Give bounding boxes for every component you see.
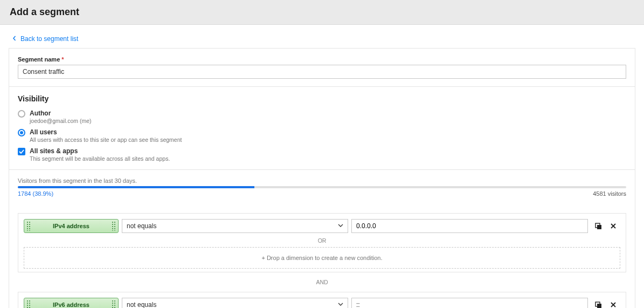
required-asterisk: * xyxy=(61,56,64,63)
duplicate-button[interactable] xyxy=(593,300,603,308)
svg-rect-1 xyxy=(597,225,601,229)
condition-row: IPv6 address not equals xyxy=(24,298,620,308)
header-bar: Add a segment xyxy=(0,0,644,25)
stats-count: 1784 (38.9%) xyxy=(18,190,53,197)
condition-group: IPv6 address not equals xyxy=(18,292,626,308)
operator-select[interactable]: not equals xyxy=(122,298,348,308)
visibility-title: Visibility xyxy=(18,94,626,103)
radio-sub: joedoe@gmail.com (me) xyxy=(30,118,92,124)
progress-bar xyxy=(18,186,626,188)
or-separator: OR xyxy=(24,237,620,244)
and-separator: AND xyxy=(18,279,626,285)
svg-rect-3 xyxy=(597,304,601,308)
visibility-option-author[interactable]: Author joedoe@gmail.com (me) xyxy=(18,109,626,124)
row-actions xyxy=(591,298,620,308)
back-link-label: Back to segment list xyxy=(20,35,78,43)
radio-label: Author xyxy=(30,109,92,117)
dimension-chip[interactable]: IPv6 address xyxy=(24,298,119,308)
operator-select[interactable]: not equals xyxy=(122,219,348,233)
condition-row: IPv4 address not equals xyxy=(24,219,620,233)
visibility-option-all-users[interactable]: All users All users with access to this … xyxy=(18,128,626,143)
page-title: Add a segment xyxy=(10,6,634,18)
condition-group: IPv4 address not equals xyxy=(18,213,626,272)
remove-button[interactable] xyxy=(608,221,618,231)
segment-name-input[interactable] xyxy=(18,65,626,79)
chevron-down-icon xyxy=(338,222,343,230)
value-input[interactable] xyxy=(351,219,588,233)
back-row: Back to segment list xyxy=(9,31,635,48)
visibility-section: Visibility Author joedoe@gmail.com (me) … xyxy=(9,87,635,170)
content-area: Back to segment list Segment name * Visi… xyxy=(0,25,644,308)
back-link[interactable]: Back to segment list xyxy=(12,35,78,43)
remove-button[interactable] xyxy=(608,300,618,308)
stats-total: 4581 visitors xyxy=(593,190,626,197)
checkbox-icon xyxy=(18,148,25,155)
duplicate-button[interactable] xyxy=(593,221,603,231)
segment-panel: Segment name * Visibility Author joedoe@… xyxy=(9,48,635,308)
conditions-section: IPv4 address not equals xyxy=(9,204,635,308)
radio-sub: All users with access to this site or ap… xyxy=(30,136,182,143)
check-label: All sites & apps xyxy=(30,147,170,155)
stats-section: Visitors from this segment in the last 3… xyxy=(9,170,635,204)
radio-icon xyxy=(18,129,25,136)
name-section: Segment name * xyxy=(9,49,635,87)
chevron-down-icon xyxy=(338,301,343,308)
value-input[interactable] xyxy=(351,298,588,308)
chevron-left-icon xyxy=(12,35,17,43)
check-sub: This segment will be available across al… xyxy=(30,155,170,162)
segment-name-label: Segment name * xyxy=(18,56,626,63)
row-actions xyxy=(591,219,620,233)
radio-icon xyxy=(18,110,25,118)
visibility-all-sites-check[interactable]: All sites & apps This segment will be av… xyxy=(18,147,626,162)
radio-label: All users xyxy=(30,128,182,136)
stats-label: Visitors from this segment in the last 3… xyxy=(18,177,626,184)
progress-fill xyxy=(18,186,254,188)
dimension-drop-zone[interactable]: + Drop a dimension to create a new condi… xyxy=(24,247,620,269)
stats-numbers: 1784 (38.9%) 4581 visitors xyxy=(18,190,626,197)
dimension-chip[interactable]: IPv4 address xyxy=(24,219,119,233)
